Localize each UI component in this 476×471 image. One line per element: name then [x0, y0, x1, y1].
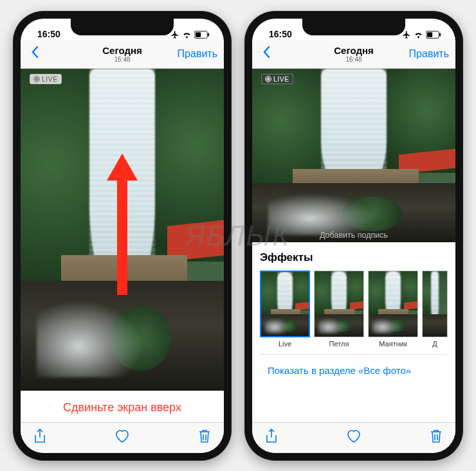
- back-button[interactable]: [27, 46, 42, 62]
- svg-point-10: [268, 78, 270, 80]
- swipe-up-arrow-icon: [107, 154, 138, 298]
- svg-point-3: [36, 78, 38, 80]
- effects-row[interactable]: Live Петля Маятник Д: [260, 271, 448, 348]
- svg-marker-6: [107, 154, 138, 295]
- delete-button[interactable]: [430, 429, 443, 447]
- notch: [71, 19, 174, 35]
- effect-item-bounce[interactable]: Маятник: [368, 271, 418, 348]
- status-time: 16:50: [269, 29, 292, 39]
- live-badge: LIVE: [261, 74, 293, 84]
- battery-icon: [426, 31, 441, 39]
- effect-label: Live: [260, 340, 310, 348]
- live-badge: LIVE: [30, 74, 62, 84]
- svg-rect-8: [427, 32, 432, 37]
- airplane-icon: [170, 30, 179, 39]
- back-button[interactable]: [259, 46, 274, 62]
- battery-icon: [194, 31, 210, 39]
- photo-viewer[interactable]: Сдвиньте экран вверх: [21, 69, 224, 422]
- live-badge-label: LIVE: [273, 75, 289, 83]
- show-in-all-photos-link[interactable]: Показать в разделе «Все фото»: [260, 354, 448, 382]
- effect-label: Петля: [314, 340, 364, 348]
- share-button[interactable]: [265, 429, 278, 447]
- favorite-button[interactable]: [114, 429, 130, 446]
- svg-rect-1: [196, 32, 201, 37]
- wifi-icon: [414, 31, 423, 39]
- swipe-hint-text: Сдвиньте экран вверх: [21, 391, 224, 422]
- svg-rect-9: [439, 33, 441, 37]
- share-button[interactable]: [33, 429, 46, 447]
- toolbar: [252, 422, 455, 453]
- effect-item-live[interactable]: Live: [260, 271, 310, 348]
- photo-viewer-scrolled[interactable]: Добавить подпись Эффекты Live Петля: [252, 69, 455, 422]
- phone-frame-left: 16:50 Сегодня: [13, 11, 232, 461]
- effect-label: Маятник: [368, 340, 418, 348]
- toolbar: [21, 422, 224, 453]
- nav-bar: Сегодня 16:48 Править: [21, 40, 224, 69]
- edit-button[interactable]: Править: [178, 48, 217, 60]
- status-time: 16:50: [37, 29, 60, 39]
- airplane-icon: [402, 30, 411, 39]
- add-caption-field[interactable]: Добавить подпись: [252, 231, 455, 240]
- live-badge-label: LIVE: [42, 75, 58, 83]
- effects-title: Эффекты: [260, 251, 448, 264]
- effect-label: Д: [422, 340, 448, 348]
- effects-section: Эффекты Live Петля Маятник: [252, 242, 455, 385]
- phone-frame-right: 16:50 Сегодня: [244, 11, 463, 461]
- delete-button[interactable]: [198, 429, 211, 447]
- svg-rect-2: [208, 33, 209, 37]
- effect-item-more[interactable]: Д: [422, 271, 448, 348]
- notch: [302, 19, 405, 35]
- nav-bar: Сегодня 16:48 Править: [252, 40, 455, 69]
- photo-content: [252, 69, 455, 242]
- wifi-icon: [182, 31, 192, 39]
- effect-item-loop[interactable]: Петля: [314, 271, 364, 348]
- favorite-button[interactable]: [346, 429, 362, 446]
- edit-button[interactable]: Править: [409, 48, 449, 60]
